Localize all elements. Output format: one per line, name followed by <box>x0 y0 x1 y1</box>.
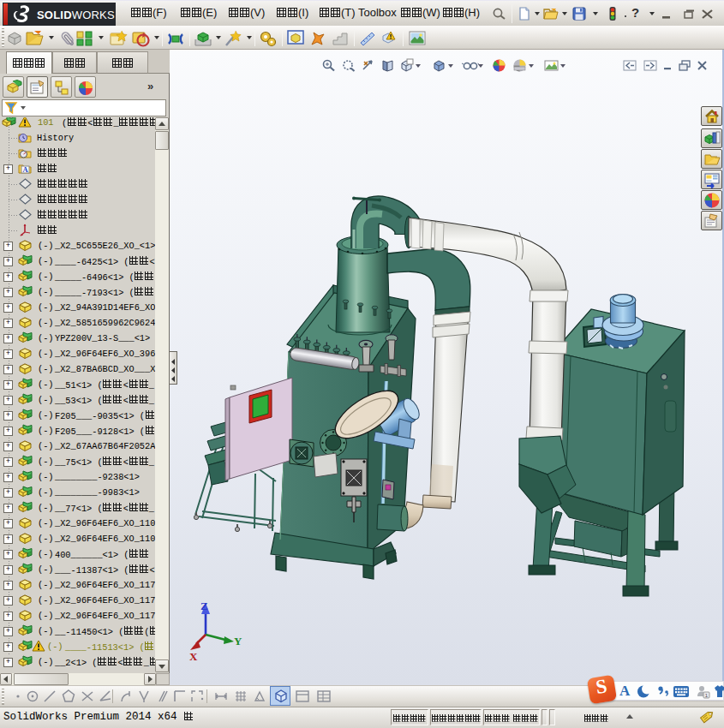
svg-text:Z: Z <box>200 600 208 612</box>
svg-text:X: X <box>189 650 198 663</box>
svg-text:A: A <box>22 165 28 174</box>
svg-text:Y: Y <box>234 635 242 647</box>
